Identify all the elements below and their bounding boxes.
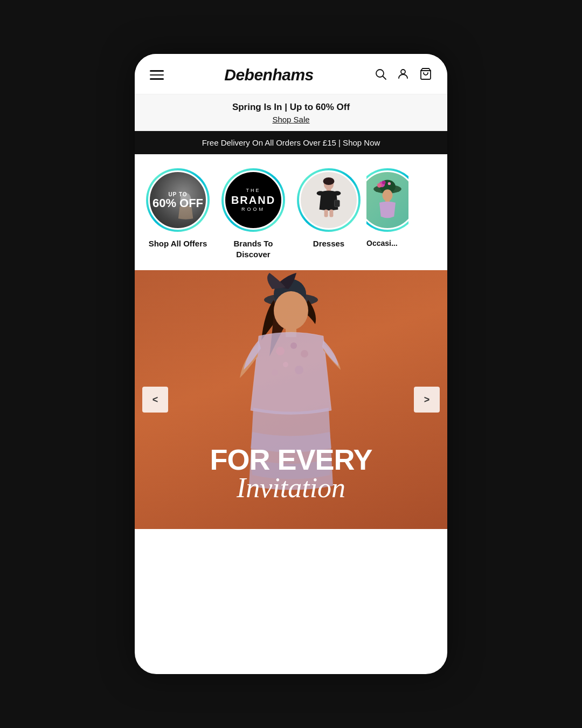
svg-point-23 — [274, 291, 308, 330]
header: Debenhams — [135, 54, 447, 94]
svg-point-29 — [295, 366, 303, 374]
brand-room: ROOM — [231, 207, 275, 212]
categories-section: UP TO 60% OFF Shop All Offers THE — [135, 154, 447, 270]
category-label-occasions: Occasi... — [366, 239, 398, 248]
circle-dresses-wrapper — [297, 168, 361, 232]
search-icon[interactable] — [374, 67, 387, 83]
hero-nav-right[interactable]: > — [414, 387, 440, 413]
svg-point-19 — [382, 189, 392, 201]
hero-invitation: Invitation — [151, 474, 431, 502]
hero-text: FOR EVERY Invitation — [135, 445, 447, 502]
brand-brand: BRAND — [231, 194, 275, 207]
account-icon[interactable] — [397, 67, 410, 83]
svg-point-28 — [283, 362, 288, 367]
svg-point-6 — [323, 177, 335, 185]
circle-brands: THE BRAND ROOM — [224, 170, 283, 230]
svg-point-30 — [272, 369, 278, 376]
svg-point-16 — [377, 183, 382, 188]
category-label-dresses: Dresses — [313, 238, 344, 249]
svg-rect-10 — [335, 200, 340, 207]
category-shop-all-offers[interactable]: UP TO 60% OFF Shop All Offers — [140, 168, 216, 259]
svg-point-2 — [401, 70, 405, 74]
hero-for-every: FOR EVERY — [151, 445, 431, 474]
circle-shop-all-offers: UP TO 60% OFF — [148, 170, 207, 230]
svg-rect-11 — [324, 210, 328, 217]
svg-point-26 — [290, 342, 297, 349]
svg-point-17 — [382, 181, 386, 184]
svg-rect-12 — [329, 210, 333, 217]
header-icons — [374, 67, 432, 83]
promo-title: Spring Is In | Up to 60% Off — [146, 102, 436, 113]
svg-point-9 — [333, 191, 341, 195]
category-label-brands: Brands To Discover — [224, 238, 283, 259]
circle-shop-all-offers-wrapper: UP TO 60% OFF — [146, 168, 210, 232]
category-occasions-partial[interactable]: Occasi... — [366, 168, 408, 259]
hero-nav-left[interactable]: < — [142, 387, 168, 413]
category-brands-to-discover[interactable]: THE BRAND ROOM Brands To Discover — [216, 168, 291, 259]
circle-occasions — [366, 170, 408, 230]
category-dresses[interactable]: Dresses — [291, 168, 366, 259]
svg-point-27 — [301, 350, 308, 358]
svg-line-1 — [383, 77, 386, 80]
hamburger-menu-icon[interactable] — [150, 70, 164, 80]
svg-point-25 — [276, 347, 285, 355]
cart-icon[interactable] — [419, 67, 432, 83]
phone-frame: Debenhams — [135, 54, 447, 674]
brand-room-text: THE BRAND ROOM — [231, 188, 275, 212]
svg-point-18 — [388, 182, 391, 185]
circle-occasions-wrapper — [366, 168, 408, 232]
delivery-banner[interactable]: Free Delivery On All Orders Over £15 | S… — [135, 131, 447, 154]
brand-the: THE — [231, 188, 275, 194]
circle-brands-wrapper: THE BRAND ROOM — [221, 168, 285, 232]
circle-dresses — [299, 170, 358, 230]
discount-label: 60% OFF — [153, 197, 203, 209]
brand-logo[interactable]: Debenhams — [224, 66, 314, 84]
dresses-figure-svg — [310, 176, 348, 224]
category-label-offers: Shop All Offers — [149, 238, 207, 249]
shop-sale-link[interactable]: Shop Sale — [146, 115, 436, 124]
svg-point-8 — [317, 191, 324, 195]
occasions-figure-svg — [369, 178, 406, 222]
hero-banner: FOR EVERY Invitation < > — [135, 270, 447, 529]
promo-banner: Spring Is In | Up to 60% Off Shop Sale — [135, 94, 447, 131]
circle-offers-text: UP TO 60% OFF — [153, 191, 203, 209]
